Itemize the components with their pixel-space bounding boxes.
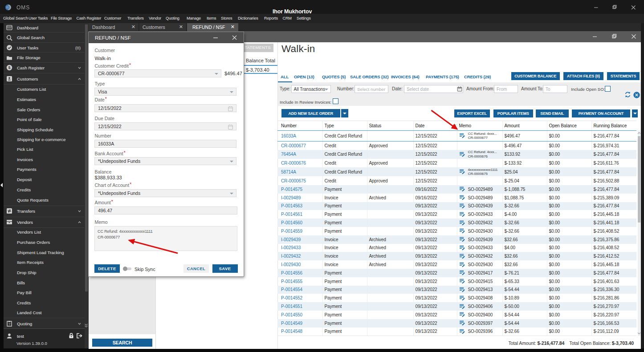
svg-text:$: $ (8, 65, 10, 70)
svg-text:?: ? (8, 322, 10, 326)
